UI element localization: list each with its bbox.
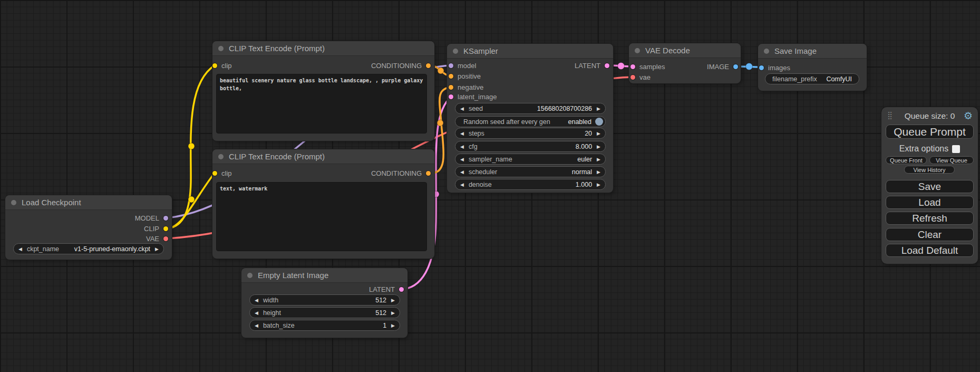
- node-titlebar[interactable]: VAE Decode: [629, 43, 741, 58]
- image-slot-dot[interactable]: [759, 65, 764, 70]
- toggle-knob[interactable]: [595, 118, 603, 126]
- node-titlebar[interactable]: Empty Latent Image: [241, 268, 407, 283]
- node-empty-latent-image[interactable]: Empty Latent Image LATENT ◀ width 512 ▶ …: [241, 268, 407, 338]
- decrement-arrow-icon[interactable]: ◀: [455, 157, 469, 162]
- node-clip-text-encode-positive[interactable]: CLIP Text Encode (Prompt) clip CONDITION…: [212, 41, 434, 141]
- conditioning-slot-dot[interactable]: [449, 85, 453, 90]
- input-slot-clip[interactable]: clip: [212, 168, 232, 178]
- latent-slot-dot[interactable]: [399, 287, 404, 292]
- clear-button[interactable]: Clear: [886, 228, 974, 241]
- conditioning-slot-dot[interactable]: [426, 63, 431, 68]
- increment-arrow-icon[interactable]: ▶: [386, 323, 400, 328]
- input-slot-latent-image[interactable]: latent_image: [449, 92, 497, 101]
- increment-arrow-icon[interactable]: ▶: [592, 144, 605, 149]
- collapse-dot[interactable]: [218, 46, 224, 51]
- widget-sampler-name[interactable]: ◀ sampler_name euler ▶: [455, 154, 606, 165]
- vae-slot-dot[interactable]: [163, 236, 168, 241]
- positive-prompt-textarea[interactable]: beautiful scenery nature glass bottle la…: [216, 74, 427, 133]
- output-slot-conditioning[interactable]: CONDITIONING: [371, 61, 431, 70]
- input-slot-images[interactable]: images: [759, 63, 790, 72]
- node-titlebar[interactable]: Load Checkpoint: [5, 195, 172, 210]
- node-titlebar[interactable]: CLIP Text Encode (Prompt): [212, 41, 434, 56]
- input-slot-clip[interactable]: clip: [212, 61, 232, 70]
- vae-slot-dot[interactable]: [630, 75, 635, 80]
- increment-arrow-icon[interactable]: ▶: [592, 157, 605, 162]
- increment-arrow-icon[interactable]: ▶: [592, 106, 605, 111]
- widget-height[interactable]: ◀ height 512 ▶: [249, 307, 400, 318]
- extra-options-checkbox[interactable]: [952, 145, 960, 153]
- input-slot-negative[interactable]: negative: [449, 82, 483, 92]
- node-titlebar[interactable]: CLIP Text Encode (Prompt): [212, 149, 434, 164]
- widget-batch-size[interactable]: ◀ batch_size 1 ▶: [249, 320, 400, 331]
- node-load-checkpoint[interactable]: Load Checkpoint MODEL CLIP VAE ◀ ckpt_na…: [5, 195, 172, 260]
- latent-slot-dot[interactable]: [449, 94, 453, 99]
- output-slot-latent[interactable]: LATENT: [575, 61, 609, 70]
- collapse-dot[interactable]: [764, 49, 769, 54]
- output-slot-vae[interactable]: VAE: [146, 234, 168, 243]
- model-slot-dot[interactable]: [449, 63, 453, 68]
- widget-filename-prefix[interactable]: filename_prefix ComfyUI: [765, 73, 859, 84]
- widget-scheduler[interactable]: ◀ scheduler normal ▶: [455, 166, 606, 177]
- input-slot-vae[interactable]: vae: [630, 72, 651, 82]
- node-vae-decode[interactable]: VAE Decode samples vae IMAGE: [629, 43, 741, 83]
- decrement-arrow-icon[interactable]: ◀: [250, 310, 263, 316]
- widget-steps[interactable]: ◀ steps 20 ▶: [455, 128, 606, 139]
- model-slot-dot[interactable]: [163, 216, 168, 221]
- decrement-arrow-icon[interactable]: ◀: [455, 144, 469, 149]
- output-slot-model[interactable]: MODEL: [135, 213, 168, 223]
- queue-prompt-button[interactable]: Queue Prompt: [886, 125, 974, 139]
- latent-slot-dot[interactable]: [630, 64, 635, 69]
- decrement-arrow-icon[interactable]: ◀: [250, 298, 263, 303]
- queue-front-button[interactable]: Queue Front: [886, 156, 927, 164]
- refresh-button[interactable]: Refresh: [886, 212, 974, 225]
- widget-ckpt-name[interactable]: ◀ ckpt_name v1-5-pruned-emaonly.ckpt ▶: [13, 243, 164, 254]
- clip-slot-dot[interactable]: [212, 63, 217, 68]
- decrement-arrow-icon[interactable]: ◀: [250, 323, 263, 328]
- decrement-arrow-icon[interactable]: ◀: [455, 182, 469, 187]
- graph-canvas[interactable]: Load Checkpoint MODEL CLIP VAE ◀ ckpt_na…: [0, 0, 980, 372]
- decrement-arrow-icon[interactable]: ◀: [14, 246, 27, 252]
- clip-slot-dot[interactable]: [212, 171, 217, 176]
- conditioning-slot-dot[interactable]: [449, 74, 453, 79]
- view-history-button[interactable]: View History: [904, 166, 955, 174]
- queue-menu-panel[interactable]: ⣿ Queue size: 0 ⚙ Queue Prompt Extra opt…: [881, 107, 978, 264]
- input-slot-samples[interactable]: samples: [630, 62, 665, 71]
- decrement-arrow-icon[interactable]: ◀: [455, 169, 469, 175]
- node-clip-text-encode-negative[interactable]: CLIP Text Encode (Prompt) clip CONDITION…: [212, 149, 434, 259]
- widget-denoise[interactable]: ◀ denoise 1.000 ▶: [455, 179, 606, 190]
- node-save-image[interactable]: Save Image images filename_prefix ComfyU…: [758, 44, 867, 91]
- increment-arrow-icon[interactable]: ▶: [592, 169, 605, 175]
- increment-arrow-icon[interactable]: ▶: [592, 182, 605, 187]
- widget-cfg[interactable]: ◀ cfg 8.000 ▶: [455, 141, 606, 152]
- collapse-dot[interactable]: [635, 48, 640, 53]
- node-titlebar[interactable]: Save Image: [758, 44, 867, 59]
- load-default-button[interactable]: Load Default: [886, 244, 974, 257]
- widget-width[interactable]: ◀ width 512 ▶: [249, 294, 400, 306]
- input-slot-model[interactable]: model: [449, 61, 476, 70]
- negative-prompt-textarea[interactable]: text, watermark: [216, 182, 427, 251]
- node-ksampler[interactable]: KSampler model positive negative latent_…: [447, 44, 613, 193]
- decrement-arrow-icon[interactable]: ◀: [455, 106, 469, 111]
- widget-random-seed-toggle[interactable]: Random seed after every gen enabled: [455, 116, 606, 127]
- increment-arrow-icon[interactable]: ▶: [592, 131, 605, 136]
- clip-slot-dot[interactable]: [163, 226, 168, 231]
- decrement-arrow-icon[interactable]: ◀: [455, 131, 469, 136]
- input-slot-positive[interactable]: positive: [449, 71, 481, 81]
- output-slot-clip[interactable]: CLIP: [144, 224, 168, 233]
- save-button[interactable]: Save: [886, 180, 974, 193]
- node-titlebar[interactable]: KSampler: [447, 44, 613, 59]
- latent-slot-dot[interactable]: [605, 63, 609, 68]
- collapse-dot[interactable]: [11, 200, 16, 205]
- view-queue-button[interactable]: View Queue: [929, 156, 974, 164]
- increment-arrow-icon[interactable]: ▶: [386, 310, 400, 316]
- increment-arrow-icon[interactable]: ▶: [386, 298, 400, 303]
- collapse-dot[interactable]: [218, 154, 224, 159]
- output-slot-conditioning[interactable]: CONDITIONING: [371, 168, 431, 178]
- collapse-dot[interactable]: [247, 273, 253, 278]
- load-button[interactable]: Load: [886, 196, 974, 209]
- output-slot-image[interactable]: IMAGE: [707, 62, 738, 71]
- widget-seed[interactable]: ◀ seed 156680208700286 ▶: [455, 103, 606, 114]
- settings-gear-icon[interactable]: ⚙: [964, 110, 973, 122]
- conditioning-slot-dot[interactable]: [426, 171, 431, 176]
- increment-arrow-icon[interactable]: ▶: [150, 246, 163, 252]
